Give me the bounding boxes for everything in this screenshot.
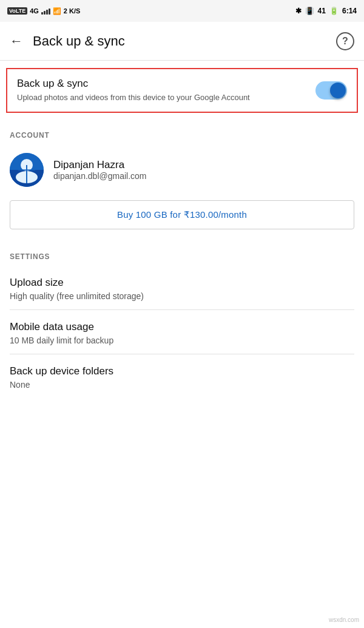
status-left: VoLTE 4G 📶 2 K/S <box>7 7 80 15</box>
wifi-icon: 📶 <box>53 7 61 15</box>
mobile-data-title: Mobile data usage <box>10 321 354 333</box>
backup-folders-title: Back up device folders <box>10 365 354 377</box>
content: Back up & sync Upload photos and videos … <box>0 68 364 398</box>
backup-sync-description: Upload photos and videos from this devic… <box>17 92 306 103</box>
app-bar: ← Back up & sync ? <box>0 22 364 61</box>
back-button[interactable]: ← <box>10 33 23 49</box>
account-row: Dipanjan Hazra dipanjan.dbl@gmail.com <box>0 144 364 195</box>
signal-bar-2 <box>44 11 46 15</box>
backup-sync-text: Back up & sync Upload photos and videos … <box>17 78 306 103</box>
account-email: dipanjan.dbl@gmail.com <box>53 171 147 181</box>
signal-bars <box>41 7 50 15</box>
signal-bar-3 <box>46 10 48 15</box>
toggle-thumb <box>330 83 346 98</box>
avatar <box>10 153 44 187</box>
backup-folders-value: None <box>10 380 354 390</box>
upload-size-title: Upload size <box>10 277 354 289</box>
watermark: wsxdn.com <box>329 616 359 623</box>
toggle-track <box>315 81 347 100</box>
network-type: 4G <box>30 7 39 15</box>
avatar-image <box>10 153 44 187</box>
speed-label: 2 K/S <box>64 7 81 15</box>
battery-level: 41 <box>318 7 326 15</box>
backup-sync-section: Back up & sync Upload photos and videos … <box>6 68 358 113</box>
app-bar-left: ← Back up & sync <box>10 33 125 49</box>
bluetooth-icon: ✱ <box>295 7 302 15</box>
backup-sync-title: Back up & sync <box>17 78 306 90</box>
page-title: Back up & sync <box>33 33 125 49</box>
battery-icon: 🔋 <box>329 7 339 15</box>
upload-size-value: High quality (free unlimited storage) <box>10 291 354 301</box>
status-bar: VoLTE 4G 📶 2 K/S ✱ 📳 41 🔋 6:14 <box>0 0 364 22</box>
backup-folders-row[interactable]: Back up device folders None <box>0 354 364 398</box>
buy-storage-button[interactable]: Buy 100 GB for ₹130.00/month <box>10 200 354 229</box>
buy-storage-wrapper: Buy 100 GB for ₹130.00/month <box>0 195 364 241</box>
help-button[interactable]: ? <box>336 32 354 50</box>
vibrate-icon: 📳 <box>305 7 314 15</box>
settings-section-label: SETTINGS <box>0 241 364 266</box>
mobile-data-row[interactable]: Mobile data usage 10 MB daily limit for … <box>0 310 364 354</box>
backup-sync-toggle[interactable] <box>315 81 347 100</box>
status-right: ✱ 📳 41 🔋 6:14 <box>295 7 357 15</box>
volte-badge: VoLTE <box>7 7 27 15</box>
backup-sync-toggle-wrapper <box>315 81 347 100</box>
mobile-data-value: 10 MB daily limit for backup <box>10 336 354 345</box>
account-section-label: ACCOUNT <box>0 120 364 144</box>
account-name: Dipanjan Hazra <box>53 159 147 171</box>
upload-size-row[interactable]: Upload size High quality (free unlimited… <box>0 266 364 309</box>
signal-bar-1 <box>41 12 43 15</box>
clock: 6:14 <box>342 7 357 15</box>
account-info: Dipanjan Hazra dipanjan.dbl@gmail.com <box>53 159 147 181</box>
signal-bar-4 <box>49 8 50 15</box>
